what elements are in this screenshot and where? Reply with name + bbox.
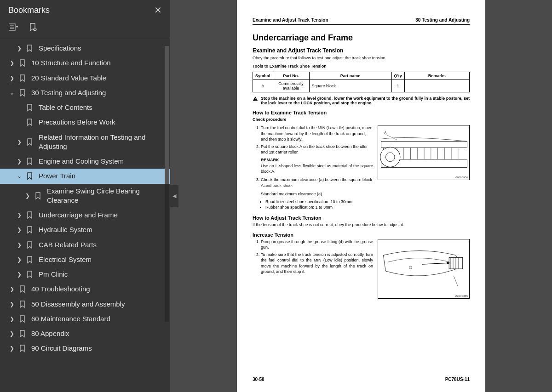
panel-title: Bookmarks xyxy=(8,6,50,15)
chevron-icon[interactable]: ❯ xyxy=(8,330,16,337)
bookmark-label: Table of Contents xyxy=(39,103,167,112)
find-bookmark-icon[interactable] xyxy=(28,22,39,33)
page-number: 30-58 xyxy=(253,377,264,382)
pdf-page: Examine and Adjust Track Tension 30 Test… xyxy=(237,0,485,392)
bookmark-row[interactable]: ❯50 Disassembly and Assembly xyxy=(0,297,170,312)
outline-options-icon[interactable] xyxy=(8,22,19,33)
chevron-icon[interactable]: ❯ xyxy=(16,256,23,263)
bookmark-label: 50 Disassembly and Assembly xyxy=(31,300,167,309)
chevron-icon[interactable] xyxy=(16,119,23,126)
chevron-icon[interactable]: ❯ xyxy=(8,345,16,352)
tools-table: Symbol Part No. Part name Q'ty Remarks A… xyxy=(253,72,470,92)
chevron-icon[interactable]: ❯ xyxy=(8,74,16,82)
svg-rect-6 xyxy=(255,100,255,100)
th-partno: Part No. xyxy=(273,72,309,80)
bookmark-label: 20 Standard Value Table xyxy=(31,74,167,83)
doc-h2-examine: Examine and Adjust Track Tension xyxy=(253,47,470,54)
examine-steps: Turn the fuel control dial to the MIN (L… xyxy=(253,125,373,155)
chevron-icon[interactable]: ❯ xyxy=(8,285,16,293)
chevron-icon[interactable]: ⌄ xyxy=(8,89,16,97)
chevron-icon[interactable]: ❯ xyxy=(16,45,23,52)
bookmark-row[interactable]: ❯40 Troubleshooting xyxy=(0,282,170,296)
bookmark-row[interactable]: ❯80 Appendix xyxy=(0,326,170,341)
doc-h1: Undercarriage and Frame xyxy=(253,33,470,43)
step-2: Put the square block A on the track shoe… xyxy=(261,144,373,155)
chevron-icon[interactable]: ⌄ xyxy=(16,172,23,180)
bookmark-row[interactable]: ❯Hydraulic System xyxy=(0,222,170,237)
how-examine-heading: How to Examine Track Tension xyxy=(253,110,470,115)
chevron-icon[interactable]: ❯ xyxy=(16,226,23,233)
bookmark-row[interactable]: ⌄30 Testing and Adjusting xyxy=(0,85,170,100)
remark-text: Use an L-shaped less flexible steel as m… xyxy=(253,163,373,174)
svg-point-21 xyxy=(380,148,400,167)
examine-steps-cont: Check the maximum clearance (a) between … xyxy=(253,177,373,188)
bookmark-row[interactable]: ❯90 Circuit Diagrams xyxy=(0,341,170,356)
bookmark-label: 60 Maintenance Standard xyxy=(31,314,167,324)
document-viewer: ◀ Examine and Adjust Track Tension 30 Te… xyxy=(170,0,552,392)
td-qty: 1 xyxy=(391,80,404,92)
th-partname: Part name xyxy=(309,72,391,80)
close-icon[interactable]: ✕ xyxy=(154,5,162,16)
svg-rect-7 xyxy=(381,142,467,148)
adjust-step-1: Pump in grease through the grease fittin… xyxy=(261,239,373,250)
bookmark-label: Electrical System xyxy=(39,255,167,264)
bookmark-label: Hydraulic System xyxy=(39,225,167,234)
collapse-sidebar-handle[interactable]: ◀ xyxy=(170,185,178,207)
svg-point-30 xyxy=(409,266,412,269)
std-max-label: Standard maximum clearance (a) xyxy=(253,191,373,197)
tools-title: Tools to Examine Track Shoe Tension xyxy=(253,63,470,69)
chevron-icon[interactable]: ❯ xyxy=(24,192,31,199)
chevron-icon[interactable]: ❯ xyxy=(16,138,23,146)
bookmark-label: Specifications xyxy=(39,44,167,53)
step-3: Check the maximum clearance (a) between … xyxy=(261,177,373,188)
bookmark-row[interactable]: ❯Electrical System xyxy=(0,252,170,267)
figure-2-id: ZZ000355 xyxy=(455,295,468,297)
th-remarks: Remarks xyxy=(404,72,469,80)
clearance-specs: Road liner steel shoe specification: 10 … xyxy=(253,199,373,210)
bookmark-tree: ❯Specifications❯10 Structure and Functio… xyxy=(0,38,170,392)
bookmark-label: 10 Structure and Function xyxy=(31,58,167,68)
bookmark-row[interactable]: ❯Pm Clinic xyxy=(0,267,170,282)
figure-grease-fitting: ZZ000355 xyxy=(378,239,470,299)
chevron-icon[interactable]: ❯ xyxy=(8,301,16,308)
bookmark-row[interactable]: ❯Engine and Cooling System xyxy=(0,154,170,169)
bookmark-label: CAB Related Parts xyxy=(39,240,167,250)
figure-track-roller: A 00098906 xyxy=(378,125,470,180)
bookmark-row[interactable]: Table of Contents xyxy=(0,100,170,115)
bookmark-label: 90 Circuit Diagrams xyxy=(31,344,167,353)
bookmark-row[interactable]: ⌄Power Train xyxy=(0,169,170,183)
chevron-icon[interactable]: ❯ xyxy=(16,158,23,165)
bookmark-label: Related Information on Testing and Adjus… xyxy=(39,133,167,152)
bookmark-row[interactable]: ❯20 Standard Value Table xyxy=(0,71,170,85)
bookmark-row[interactable]: ❯Undercarriage and Frame xyxy=(0,208,170,222)
warning-text: Stop the machine on a level ground, lowe… xyxy=(261,96,470,105)
step-1: Turn the fuel control dial to the MIN (L… xyxy=(261,125,373,142)
bookmark-row[interactable]: ❯CAB Related Parts xyxy=(0,238,170,252)
td-symbol: A xyxy=(253,80,273,92)
scrollbar-thumb[interactable] xyxy=(165,46,169,184)
chevron-icon[interactable]: ❯ xyxy=(8,315,16,323)
warning-icon xyxy=(253,96,258,102)
chevron-icon[interactable]: ❯ xyxy=(16,271,23,278)
svg-line-24 xyxy=(385,135,397,140)
figure-1-id: 00098906 xyxy=(455,176,468,179)
bookmark-label: Examine Swing Circle Bearing Clearance xyxy=(47,187,167,205)
th-symbol: Symbol xyxy=(253,72,273,80)
bookmark-row[interactable]: ❯10 Structure and Function xyxy=(0,56,170,70)
spec-steel: Road liner steel shoe specification: 10 … xyxy=(265,199,373,204)
bookmark-row[interactable]: Precautions Before Work xyxy=(0,115,170,130)
svg-text:A: A xyxy=(384,131,386,134)
chevron-icon[interactable]: ❯ xyxy=(16,211,23,219)
bookmark-row[interactable]: ❯Specifications xyxy=(0,41,170,56)
page-header-right: 30 Testing and Adjusting xyxy=(415,17,470,23)
bookmark-label: Precautions Before Work xyxy=(39,118,167,127)
bookmark-label: Pm Clinic xyxy=(39,270,167,279)
chevron-icon[interactable] xyxy=(16,104,23,111)
bookmark-row[interactable]: ❯60 Maintenance Standard xyxy=(0,312,170,326)
bookmark-label: 40 Troubleshooting xyxy=(31,284,167,294)
bookmark-row[interactable]: ❯Related Information on Testing and Adju… xyxy=(0,130,170,154)
chevron-icon[interactable]: ❯ xyxy=(16,241,23,249)
th-qty: Q'ty xyxy=(391,72,404,80)
bookmark-row[interactable]: ❯Examine Swing Circle Bearing Clearance xyxy=(0,184,170,208)
chevron-icon[interactable]: ❯ xyxy=(8,59,16,67)
